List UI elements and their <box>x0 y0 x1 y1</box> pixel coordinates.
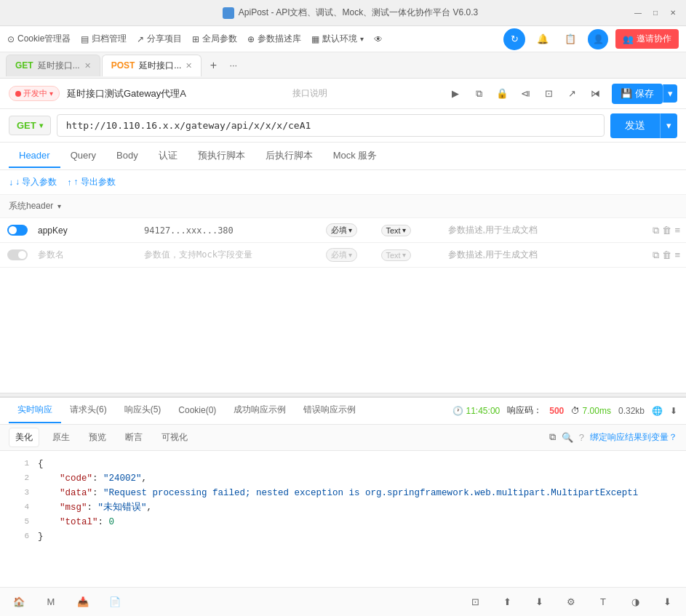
close-button[interactable]: ✕ <box>669 9 677 17</box>
sys-header-row[interactable]: 系统header ▾ <box>0 195 686 218</box>
import-params-button[interactable]: ↓ ↓ 导入参数 <box>9 176 57 188</box>
bottom-export-button[interactable]: ⬇ <box>529 592 549 612</box>
params-tab-body[interactable]: Body <box>106 144 148 168</box>
params-tab-auth[interactable]: 认证 <box>148 143 188 169</box>
toolbar-env[interactable]: ▦ 默认环境 ▾ <box>311 33 364 45</box>
tab-post-close[interactable]: ✕ <box>186 61 192 71</box>
invite-button[interactable]: 👥 邀请协作 <box>615 29 679 49</box>
row2-value[interactable]: 参数值，支持Mock字段变量 <box>140 249 322 261</box>
sync-button[interactable]: ↻ <box>503 28 525 50</box>
save-button[interactable]: 💾 保存 <box>612 84 663 104</box>
new-tab-button[interactable]: + <box>203 55 223 76</box>
view-tab-preview[interactable]: 预览 <box>83 428 112 447</box>
toolbar-cookie[interactable]: ⊙ Cookie管理器 <box>7 33 71 45</box>
send-dropdown-button[interactable]: ▾ <box>660 113 677 138</box>
export-button[interactable]: ↗ <box>562 84 581 103</box>
bottom-file-button[interactable]: 📄 <box>105 592 125 612</box>
row1-toggle[interactable] <box>6 225 29 236</box>
duplicate-button[interactable]: ⧏ <box>516 84 535 103</box>
copy-button[interactable]: ⧉ <box>469 84 488 103</box>
export-label: ↑ 导出参数 <box>73 176 115 188</box>
toolbar-archive-label: 归档管理 <box>92 33 127 45</box>
copy-response-button[interactable]: ⧉ <box>549 431 556 443</box>
params-tab-pre-script[interactable]: 预执行脚本 <box>188 143 255 169</box>
type-badge[interactable]: Text ▾ <box>381 225 411 236</box>
bottom-font-button[interactable]: T <box>593 592 613 612</box>
bottom-import-button[interactable]: ⬆ <box>497 592 517 612</box>
row2-name[interactable]: 参数名 <box>33 249 135 261</box>
required-badge2[interactable]: 必填 ▾ <box>326 248 357 262</box>
row2-toggle[interactable] <box>6 249 29 260</box>
method-label: GET <box>17 120 36 131</box>
more-row2-button[interactable]: ≡ <box>674 249 680 260</box>
bottom-home-button[interactable]: 🏠 <box>9 592 29 612</box>
search-response-button[interactable]: 🔍 <box>562 432 573 443</box>
required-badge[interactable]: 必填 ▾ <box>326 223 357 237</box>
delete-row1-button[interactable]: 🗑 <box>662 225 671 236</box>
download-resp-icon[interactable]: ⬇ <box>670 406 677 416</box>
params-tab-mock[interactable]: Mock 服务 <box>323 143 388 169</box>
toolbar-visibility[interactable]: 👁 <box>374 34 383 44</box>
resp-tab-error-example[interactable]: 错误响应示例 <box>295 398 364 423</box>
type-badge2[interactable]: Text ▾ <box>381 249 411 261</box>
view-tab-raw[interactable]: 原生 <box>47 428 76 447</box>
toolbar-params-lib[interactable]: ⊕ 参数描述库 <box>247 33 301 45</box>
row1-required[interactable]: 必填 ▾ <box>326 223 377 237</box>
view-tab-beautify[interactable]: 美化 <box>9 428 39 447</box>
params-tab-query[interactable]: Query <box>60 144 106 168</box>
terminal-button[interactable]: ⊡ <box>539 84 558 103</box>
view-tab-assert[interactable]: 断言 <box>119 428 148 447</box>
notification-button[interactable]: 🔔 <box>533 29 553 49</box>
toolbar-global-params[interactable]: ⊞ 全局参数 <box>192 33 237 45</box>
bell-icon: 🔔 <box>537 33 549 44</box>
play-button[interactable]: ▶ <box>446 84 465 103</box>
copy-row2-button[interactable]: ⧉ <box>653 249 659 261</box>
toolbar-archive[interactable]: ▤ 归档管理 <box>81 33 127 45</box>
env-badge-label: 开发中 <box>23 88 47 99</box>
params-tab-header[interactable]: Header <box>9 144 60 168</box>
toggle-switch-off[interactable] <box>7 249 28 260</box>
row1-type[interactable]: Text ▾ <box>381 225 439 236</box>
row1-name: appKey <box>33 225 135 236</box>
more-row1-button[interactable]: ≡ <box>674 225 680 236</box>
bottom-inbox-button[interactable]: 📥 <box>73 592 93 612</box>
import-button[interactable]: ⧒ <box>586 84 605 103</box>
resp-tab-success-example[interactable]: 成功响应示例 <box>225 398 295 423</box>
resp-tab-cookies[interactable]: Cookie(0) <box>169 399 225 423</box>
type-chevron2: ▾ <box>402 251 406 259</box>
api-desc-placeholder[interactable]: 接口说明 <box>292 87 327 100</box>
row2-type[interactable]: Text ▾ <box>381 249 439 261</box>
tab-get[interactable]: GET 延时接口... ✕ <box>6 55 100 76</box>
export-params-button[interactable]: ↑ ↑ 导出参数 <box>67 176 115 188</box>
user-avatar[interactable]: 👤 <box>588 29 608 49</box>
resp-tab-req-headers[interactable]: 请求头(6) <box>61 398 116 423</box>
toggle-switch-on[interactable] <box>7 225 28 236</box>
api-name-input[interactable] <box>67 88 285 99</box>
bottom-doc-button[interactable]: M <box>41 592 61 612</box>
params-tab-post-script[interactable]: 后执行脚本 <box>255 143 323 169</box>
minimize-button[interactable]: — <box>634 9 642 17</box>
method-select[interactable]: GET ▾ <box>9 116 51 135</box>
bottom-settings-button[interactable]: ⚙ <box>561 592 581 612</box>
bind-result-button[interactable]: 绑定响应结果到变量？ <box>590 431 677 444</box>
delete-row2-button[interactable]: 🗑 <box>662 249 671 260</box>
maximize-button[interactable]: □ <box>651 9 660 17</box>
view-tab-visual[interactable]: 可视化 <box>156 428 194 447</box>
resp-tab-realtime[interactable]: 实时响应 <box>9 398 61 423</box>
bottom-layout-button[interactable]: ⊡ <box>465 592 485 612</box>
notes-button[interactable]: 📋 <box>560 29 581 49</box>
tab-post[interactable]: POST 延时接口... ✕ <box>102 55 202 76</box>
bottom-plugin-button[interactable]: ⬇ <box>657 592 677 612</box>
tab-get-close[interactable]: ✕ <box>84 61 91 71</box>
copy-row1-button[interactable]: ⧉ <box>653 225 659 236</box>
more-tabs-button[interactable]: ··· <box>225 60 242 71</box>
env-badge[interactable]: 开发中 ▾ <box>9 86 60 101</box>
bottom-theme-button[interactable]: ◑ <box>625 592 645 612</box>
toolbar-share[interactable]: ↗ 分享项目 <box>137 33 182 45</box>
row2-required[interactable]: 必填 ▾ <box>326 248 377 262</box>
url-input[interactable] <box>57 114 605 137</box>
resp-tab-resp-headers[interactable]: 响应头(5) <box>116 398 170 423</box>
send-button[interactable]: 发送 <box>610 113 660 138</box>
lock-button[interactable]: 🔒 <box>492 84 511 103</box>
save-dropdown-button[interactable]: ▾ <box>663 84 677 103</box>
